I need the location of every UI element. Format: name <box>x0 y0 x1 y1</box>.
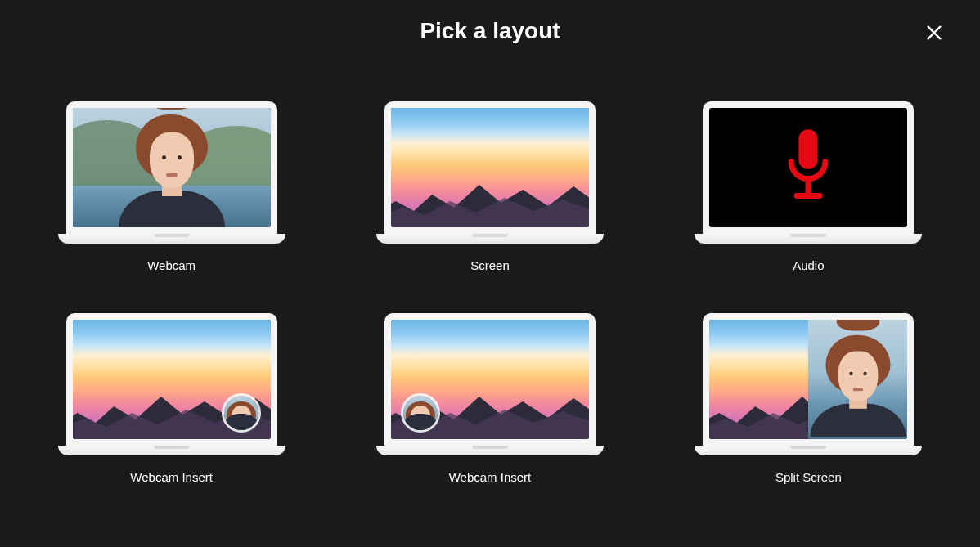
webcam-preview-image <box>73 108 271 227</box>
laptop-preview <box>376 313 604 455</box>
layout-option-label: Webcam <box>147 258 196 272</box>
laptop-preview <box>376 101 604 244</box>
layout-option-audio[interactable]: Audio <box>695 101 923 272</box>
screen-preview-image <box>391 108 589 227</box>
layout-option-webcam-insert-left[interactable]: Webcam Insert <box>375 313 604 484</box>
laptop-preview <box>695 313 922 455</box>
webcam-insert-bubble <box>222 393 261 433</box>
webcam-insert-bubble <box>401 393 440 433</box>
svg-rect-2 <box>799 129 818 169</box>
layout-option-webcam[interactable]: Webcam <box>57 101 285 272</box>
close-button[interactable] <box>923 23 946 46</box>
layout-option-label: Webcam Insert <box>449 470 532 484</box>
layout-grid: Webcam Screen <box>0 44 980 484</box>
close-icon <box>925 24 943 45</box>
layout-option-split-screen[interactable]: Split Screen <box>695 313 923 484</box>
layout-option-label: Screen <box>470 258 510 272</box>
microphone-icon <box>780 128 837 208</box>
laptop-preview <box>58 101 285 244</box>
layout-option-screen[interactable]: Screen <box>375 101 604 272</box>
split-preview <box>709 320 907 439</box>
layout-option-label: Webcam Insert <box>130 470 213 484</box>
dialog-title: Pick a layout <box>0 18 980 44</box>
audio-preview <box>709 108 907 227</box>
laptop-preview <box>695 101 922 244</box>
layout-option-label: Split Screen <box>775 470 842 484</box>
laptop-preview <box>58 313 285 455</box>
layout-option-webcam-insert-right[interactable]: Webcam Insert <box>57 313 285 484</box>
layout-option-label: Audio <box>793 258 824 272</box>
